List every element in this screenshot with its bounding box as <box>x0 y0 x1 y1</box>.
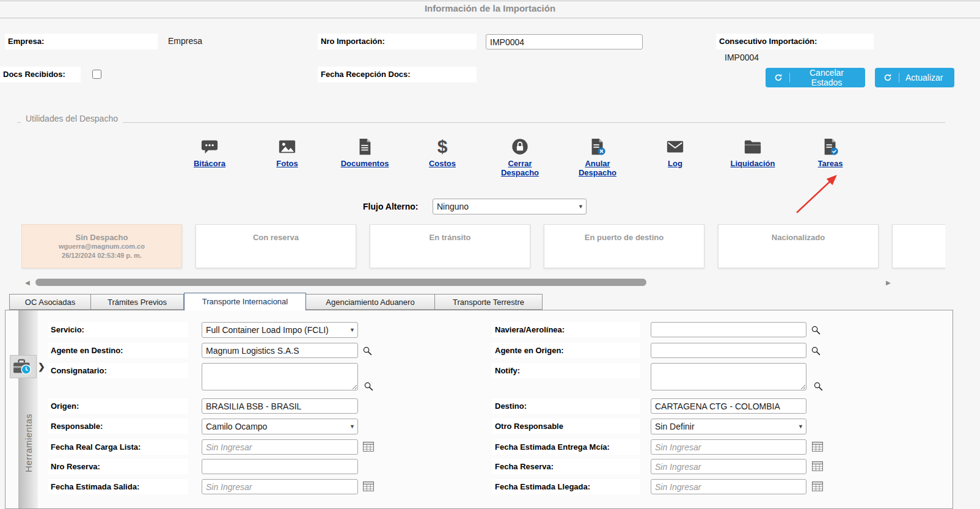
empresa-value: Empresa <box>168 36 202 46</box>
top-divider <box>0 1 980 1</box>
responsable-label: Responsable: <box>48 419 188 434</box>
status-card-en-transito[interactable]: En tránsito <box>370 224 530 268</box>
destino-input[interactable] <box>651 398 806 414</box>
tab-tramites-previos[interactable]: Trámites Previos <box>91 294 184 310</box>
anular-despacho-link[interactable]: Anular Despacho <box>568 159 627 177</box>
nro-importacion-label: Nro Importación: <box>318 34 477 49</box>
tab-transporte-terrestre[interactable]: Transporte Terrestre <box>435 294 543 310</box>
tareas-link[interactable]: Tareas <box>818 159 843 168</box>
fecha-entrega-mcia-label: Fecha Estimada Entrega Mcía: <box>492 439 640 455</box>
empresa-label: Empresa: <box>5 34 158 49</box>
scroll-right-arrow-icon[interactable]: ▶ <box>886 280 891 286</box>
utility-fotos[interactable]: Fotos <box>250 137 324 177</box>
status-card-title: En tránsito <box>370 233 530 242</box>
status-card-title: En puerto de destino <box>544 233 704 242</box>
herramientas-toggle[interactable]: ❯ <box>10 355 45 378</box>
naviera-input[interactable] <box>651 322 806 337</box>
status-card-en-puerto-destino[interactable]: En puerto de destino <box>544 224 704 268</box>
fecha-real-carga-label: Fecha Real Carga Lista: <box>48 439 188 455</box>
status-card-nacionalizado[interactable]: Nacionalizado <box>718 224 879 268</box>
utility-cerrar-despacho[interactable]: Cerrar Despacho <box>483 137 557 177</box>
lock-circle-icon <box>511 137 529 156</box>
search-icon[interactable] <box>810 345 821 356</box>
fecha-estimada-llegada-label: Fecha Estimada Llegada: <box>492 479 640 494</box>
status-card-title: Con reserva <box>196 233 356 242</box>
fecha-reserva-input[interactable] <box>651 459 806 474</box>
cancelar-estados-button[interactable]: Cancelar Estados <box>766 68 865 87</box>
nro-importacion-input[interactable] <box>486 34 643 49</box>
liquidacion-link[interactable]: Liquidación <box>731 159 775 168</box>
fecha-estimada-salida-input[interactable] <box>202 479 358 494</box>
tab-transporte-internacional[interactable]: Transporte Internacional <box>184 293 306 310</box>
consecutivo-importacion-value: IMP0004 <box>725 53 759 62</box>
servicio-label: Servicio: <box>48 322 188 337</box>
fecha-estimada-llegada-input[interactable] <box>651 479 806 494</box>
status-card-con-reserva[interactable]: Con reserva <box>196 224 356 268</box>
fecha-entrega-mcia-input[interactable] <box>651 439 806 455</box>
otro-responsable-selected: Sin Definir <box>655 422 695 431</box>
calendar-icon[interactable] <box>362 481 374 491</box>
utilities-fieldset-border <box>17 122 945 123</box>
search-icon[interactable] <box>813 381 824 392</box>
fecha-estimada-salida-label: Fecha Estimada Salida: <box>48 479 188 494</box>
costos-link[interactable]: Costos <box>429 159 456 168</box>
search-icon[interactable] <box>363 381 374 392</box>
calendar-icon[interactable] <box>362 441 374 452</box>
document-icon <box>356 137 374 156</box>
status-card-sin-despacho[interactable]: Sin Despacho wguerra@magnum.com.co 26/12… <box>21 224 182 268</box>
agente-origen-input[interactable] <box>651 343 806 358</box>
fecha-reserva-label: Fecha Reserva: <box>492 459 640 474</box>
utility-log[interactable]: Log <box>638 137 712 177</box>
agente-destino-input[interactable] <box>202 343 358 358</box>
origen-label: Origen: <box>48 398 188 414</box>
log-link[interactable]: Log <box>668 159 682 168</box>
flujo-alterno-select[interactable]: Ninguno ▼ <box>433 199 587 214</box>
tab-agenciamiento-aduanero[interactable]: Agenciamiento Aduanero <box>306 294 435 310</box>
herramientas-label: Herramientas <box>23 414 34 472</box>
nro-reserva-input[interactable] <box>202 459 358 474</box>
servicio-select[interactable]: Full Container Load Impo (FCLI) ▼ <box>202 322 358 338</box>
scroll-left-arrow-icon[interactable]: ◀ <box>25 280 30 286</box>
fotos-link[interactable]: Fotos <box>276 159 298 168</box>
utility-anular-despacho[interactable]: Anular Despacho <box>561 137 634 177</box>
bitacora-link[interactable]: Bitácora <box>194 159 225 168</box>
agente-destino-label: Agente en Destino: <box>48 343 188 358</box>
responsable-select[interactable]: Camilo Ocampo ▼ <box>202 419 358 434</box>
actualizar-button[interactable]: Actualizar <box>875 68 954 87</box>
fecha-recepcion-docs-label: Fecha Recepción Docs: <box>318 67 477 82</box>
docs-recibidos-label: Docs Recibidos: <box>0 67 81 82</box>
calendar-icon[interactable] <box>811 481 823 491</box>
origen-input[interactable] <box>202 398 358 414</box>
responsable-selected: Camilo Ocampo <box>206 422 267 431</box>
tab-oc-asociadas[interactable]: OC Asociadas <box>9 294 91 310</box>
search-icon[interactable] <box>362 345 373 356</box>
calendar-icon[interactable] <box>811 441 823 452</box>
status-flow-scrollbar[interactable] <box>35 279 646 286</box>
cancelar-estados-label: Cancelar Estados <box>796 68 857 87</box>
chevron-down-icon: ▼ <box>794 423 803 430</box>
otro-responsable-select[interactable]: Sin Definir ▼ <box>651 419 806 434</box>
herramientas-sidebar[interactable]: Herramientas <box>18 310 38 508</box>
utility-liquidacion[interactable]: Liquidación <box>716 137 789 177</box>
agente-origen-label: Agente en Origen: <box>492 343 640 358</box>
status-card-partial[interactable] <box>892 224 945 268</box>
nro-reserva-label: Nro Reserva: <box>48 459 188 474</box>
fecha-real-carga-input[interactable] <box>202 439 358 455</box>
notify-textarea[interactable] <box>651 363 806 390</box>
status-card-title: Sin Despacho <box>22 233 181 242</box>
flujo-alterno-selected: Ninguno <box>437 202 469 211</box>
utility-tareas[interactable]: Tareas <box>794 137 867 177</box>
consecutivo-importacion-label: Consecutivo Importación: <box>716 34 874 49</box>
cerrar-despacho-link[interactable]: Cerrar Despacho <box>491 159 549 177</box>
status-flow: Sin Despacho wguerra@magnum.com.co 26/12… <box>21 224 945 271</box>
consignatario-textarea[interactable] <box>202 363 358 390</box>
utility-costos[interactable]: $ Costos <box>406 137 479 177</box>
calendar-icon[interactable] <box>811 461 823 471</box>
search-icon[interactable] <box>810 324 821 335</box>
chat-bubble-icon <box>200 137 219 156</box>
documentos-link[interactable]: Documentos <box>341 159 389 168</box>
utility-bitacora[interactable]: Bitácora <box>173 137 246 177</box>
notify-label: Notify: <box>492 363 640 378</box>
docs-recibidos-checkbox[interactable] <box>92 70 101 79</box>
utility-documentos[interactable]: Documentos <box>328 137 401 177</box>
